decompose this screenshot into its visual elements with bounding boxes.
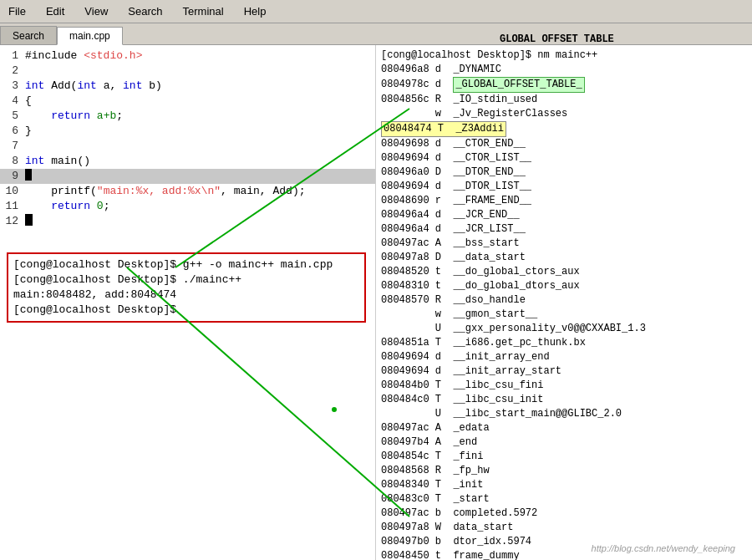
nm-line-dynamic: 080496a8 d _DYNAMIC — [381, 63, 747, 77]
nm-line-io: 0804856c R _IO_stdin_used — [381, 93, 747, 107]
line-number: 1 — [0, 48, 18, 64]
code-line-4: 4 { — [0, 94, 375, 109]
code-content: return a+b; — [25, 109, 123, 124]
line-number: 7 — [0, 139, 18, 154]
nm-line-init-array-end: 08049694 d __init_array_end — [381, 350, 747, 364]
nm-line-dtor-list: 08049694 d __DTOR_LIST__ — [381, 180, 747, 194]
tab-maincpp[interactable]: main.cpp — [57, 27, 123, 45]
menu-file[interactable]: File — [3, 3, 31, 19]
code-content: int main() — [25, 154, 90, 169]
nm-line-libc-init: 080484c0 T __libc_csu_init — [381, 393, 747, 407]
code-content: { — [25, 94, 32, 109]
nm-line-dso: 08048570 R __dso_handle — [381, 293, 747, 308]
line-number: 8 — [0, 154, 18, 169]
nm-line-start: 080483c0 T _start — [381, 492, 747, 507]
code-line-12: 12 — [0, 214, 375, 229]
line-number: 12 — [0, 214, 18, 229]
nm-line-fp-hw: 08048568 R _fp_hw — [381, 464, 747, 478]
menu-terminal[interactable]: Terminal — [178, 3, 229, 19]
menu-help[interactable]: Help — [239, 3, 272, 19]
code-line-2: 2 — [0, 64, 375, 79]
code-line-10: 10 printf("main:%x, add:%x\n", main, Add… — [0, 184, 375, 199]
terminal-line-3: main:8048482, add:8048474 — [13, 288, 359, 303]
line-number: 6 — [0, 124, 18, 139]
line-number: 3 — [0, 79, 18, 94]
nm-line-edata: 080497ac A _edata — [381, 421, 747, 435]
code-content — [25, 169, 32, 184]
tab-search[interactable]: Search — [0, 26, 57, 44]
nm-line-global-ctors: 08048520 t __do_global_ctors_aux — [381, 265, 747, 279]
line-number: 11 — [0, 199, 18, 214]
code-line-3: 3 int Add(int a, int b) — [0, 79, 375, 94]
terminal-line-2: [cong@localhost Desktop]$ ./mainc++ — [13, 272, 359, 288]
nm-line-init: 08048340 T _init — [381, 478, 747, 492]
nm-line-libc-start: U __libc_start_main@@GLIBC_2.0 — [381, 407, 747, 421]
terminal-box: [cong@localhost Desktop]$ g++ -o mainc++… — [7, 252, 366, 323]
terminal-line-1: [cong@localhost Desktop]$ g++ -o mainc++… — [13, 257, 359, 272]
nm-header: [cong@localhost Desktop]$ nm mainc++ — [381, 48, 747, 63]
line-number: 5 — [0, 109, 18, 124]
nm-line-ctor-list: 08049694 d __CTOR_LIST__ — [381, 151, 747, 165]
code-area: 1 #include <stdio.h> 2 3 int Add(int a, … — [0, 45, 375, 232]
right-panel: [cong@localhost Desktop]$ nm mainc++ 080… — [376, 45, 752, 560]
code-line-1: 1 #include <stdio.h> — [0, 48, 375, 64]
nm-line-ctor-end: 08049698 d __CTOR_END__ — [381, 137, 747, 151]
nm-line-data-start2: 080497a8 W data_start — [381, 521, 747, 535]
nm-line-frame-end: 08048690 r __FRAME_END__ — [381, 194, 747, 208]
main-content: 1 #include <stdio.h> 2 3 int Add(int a, … — [0, 45, 752, 560]
terminal-line-4: [cong@localhost Desktop]$ — [13, 303, 359, 318]
code-content: } — [25, 124, 32, 139]
watermark: http://blog.csdn.net/wendy_keeping — [592, 543, 735, 553]
nm-line-gmon: w __gmon_start__ — [381, 308, 747, 322]
nm-line-data-start: 080497a8 D __data_start — [381, 251, 747, 265]
code-content: #include <stdio.h> — [25, 48, 142, 64]
line-number: 9 — [0, 169, 18, 184]
nm-line-got: 0804978c d _GLOBAL_OFFSET_TABLE_ — [381, 77, 747, 93]
code-line-8: 8 int main() — [0, 154, 375, 169]
code-line-7: 7 — [0, 139, 375, 154]
nm-line-jcr-list: 080496a4 d __JCR_LIST__ — [381, 222, 747, 237]
code-line-11: 11 return 0; — [0, 199, 375, 214]
menu-search[interactable]: Search — [123, 3, 167, 19]
code-content — [25, 214, 33, 229]
tab-bar: Search main.cpp — [0, 23, 752, 45]
code-content: int Add(int a, int b) — [25, 79, 162, 94]
line-number: 4 — [0, 94, 18, 109]
nm-line-dtor-end: 080496a0 D __DTOR_END__ — [381, 165, 747, 180]
nm-line-i686: 0804851a T __i686.get_pc_thunk.bx — [381, 336, 747, 350]
nm-line-end: 080497b4 A _end — [381, 435, 747, 450]
menu-bar: File Edit View Search Terminal Help — [0, 0, 752, 23]
left-panel: 1 #include <stdio.h> 2 3 int Add(int a, … — [0, 45, 376, 560]
nm-line-fini: 0804854c T _fini — [381, 450, 747, 464]
nm-line-libc-fini: 080484b0 T __libc_csu_fini — [381, 379, 747, 393]
code-line-9: 9 — [0, 169, 375, 184]
line-number: 10 — [0, 184, 18, 199]
menu-edit[interactable]: Edit — [41, 3, 69, 19]
menu-view[interactable]: View — [79, 3, 113, 19]
nm-line-jcr-end: 080496a4 d __JCR_END__ — [381, 208, 747, 222]
nm-line-bss: 080497ac A __bss_start — [381, 237, 747, 251]
nm-line-completed: 080497ac b completed.5972 — [381, 507, 747, 521]
code-line-5: 5 return a+b; — [0, 109, 375, 124]
code-line-6: 6 } — [0, 124, 375, 139]
nm-line-gxx: U __gxx_personality_v0@@CXXABI_1.3 — [381, 322, 747, 336]
nm-line-add: 08048474 T _Z3Addii — [381, 121, 747, 137]
code-content: printf("main:%x, add:%x\n", main, Add); — [25, 184, 305, 199]
nm-line-global-dtors: 08048310 t __do_global_dtors_aux — [381, 279, 747, 293]
line-number: 2 — [0, 64, 18, 79]
code-content: return 0; — [25, 199, 109, 214]
nm-line-jv: w _Jv_RegisterClasses — [381, 107, 747, 121]
nm-line-init-array-start: 08049694 d __init_array_start — [381, 364, 747, 379]
